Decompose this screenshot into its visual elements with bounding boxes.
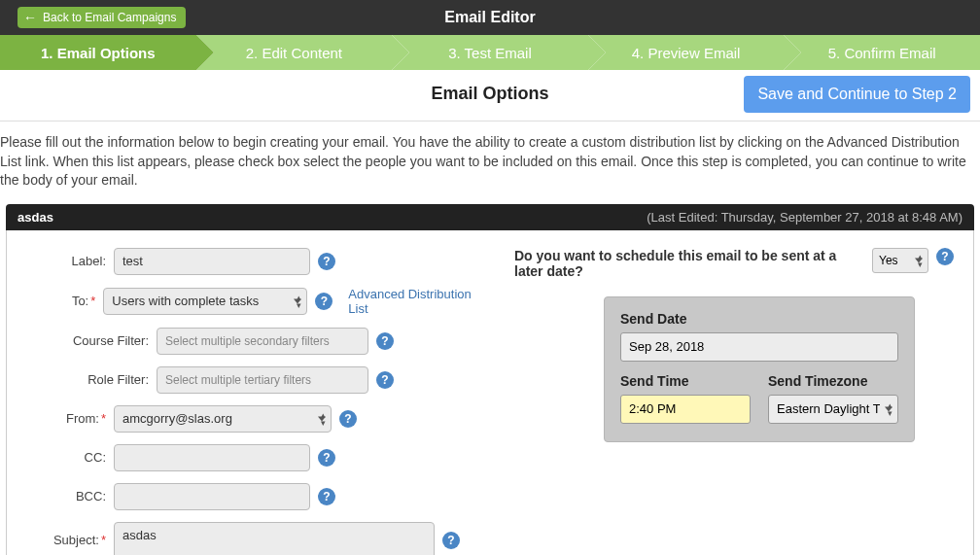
step-1[interactable]: 1. Email Options [0, 35, 196, 70]
help-icon[interactable]: ? [318, 488, 335, 505]
schedule-yesno-select[interactable] [872, 248, 928, 273]
step-nav: 1. Email Options 2. Edit Content 3. Test… [0, 35, 980, 70]
panel-meta: (Last Edited: Thursday, September 27, 20… [647, 210, 962, 225]
step-2[interactable]: 2. Edit Content [196, 35, 393, 70]
help-icon[interactable]: ? [376, 371, 394, 389]
row-role-filter: Role Filter: Select multiple tertiary fi… [69, 366, 475, 394]
send-time-label: Send Time [620, 373, 751, 389]
panel-body: Label: ? To:* ▴▾ ? Advanced Distribution… [6, 230, 974, 555]
help-icon[interactable]: ? [318, 449, 335, 467]
back-arrow-icon: ← [23, 11, 37, 24]
send-date-input[interactable] [620, 332, 898, 362]
save-continue-button[interactable]: Save and Continue to Step 2 [744, 76, 970, 113]
send-tz-select[interactable] [768, 395, 898, 424]
help-icon[interactable]: ? [339, 410, 357, 428]
cc-label: CC: [26, 450, 106, 465]
row-subject: Subject:* ? [26, 522, 475, 555]
row-course-filter: Course Filter: Select multiple secondary… [69, 328, 475, 355]
cc-input[interactable] [114, 444, 310, 471]
form-right-column: Do you want to schedule this email to be… [505, 248, 954, 555]
label-input[interactable] [114, 248, 310, 275]
to-label: To:* [26, 294, 95, 308]
step-4[interactable]: 4. Preview Email [588, 35, 785, 70]
advanced-distribution-link[interactable]: Advanced Distribution List [348, 287, 475, 316]
role-filter-input[interactable]: Select multiple tertiary filters [157, 366, 368, 394]
section-title: Email Options [431, 84, 548, 104]
row-to: To:* ▴▾ ? Advanced Distribution List [26, 287, 475, 316]
back-button[interactable]: ← Back to Email Campaigns [18, 7, 186, 28]
label-label: Label: [26, 254, 106, 268]
role-filter-label: Role Filter: [69, 372, 149, 387]
help-icon[interactable]: ? [318, 253, 335, 270]
row-cc: CC: ? [26, 444, 475, 471]
top-bar: ← Back to Email Campaigns Email Editor [0, 0, 980, 35]
step-5[interactable]: 5. Confirm Email [784, 35, 980, 70]
intro-text: Please fill out the information below to… [0, 121, 974, 204]
send-date-label: Send Date [620, 311, 898, 327]
section-header: Email Options Save and Continue to Step … [0, 70, 980, 117]
send-tz-label: Send Timezone [768, 373, 898, 389]
row-label: Label: ? [26, 248, 475, 275]
back-button-label: Back to Email Campaigns [43, 11, 176, 24]
row-from: From:* ▴▾ ? [26, 405, 475, 433]
bcc-label: BCC: [26, 489, 106, 503]
to-select[interactable] [103, 288, 307, 315]
schedule-question: Do you want to schedule this email to be… [505, 248, 864, 279]
schedule-box: Send Date Send Time Send Timezone ▴▾ [604, 296, 915, 442]
from-select[interactable] [114, 405, 332, 433]
page-title: Email Editor [444, 9, 535, 26]
subject-input[interactable] [114, 522, 435, 555]
bcc-input[interactable] [114, 483, 310, 510]
panel-title: asdas [18, 210, 53, 225]
help-icon[interactable]: ? [442, 532, 460, 549]
help-icon[interactable]: ? [315, 293, 332, 310]
subject-label: Subject:* [26, 533, 106, 547]
course-filter-input[interactable]: Select multiple secondary filters [157, 328, 368, 355]
panel-header: asdas (Last Edited: Thursday, September … [6, 204, 974, 230]
row-bcc: BCC: ? [26, 483, 475, 510]
step-3[interactable]: 3. Test Email [392, 35, 588, 70]
form-left-column: Label: ? To:* ▴▾ ? Advanced Distribution… [26, 248, 475, 555]
help-icon[interactable]: ? [376, 332, 394, 350]
send-time-input[interactable] [620, 395, 751, 424]
course-filter-label: Course Filter: [69, 333, 149, 348]
from-label: From:* [26, 411, 106, 426]
help-icon[interactable]: ? [936, 248, 954, 265]
